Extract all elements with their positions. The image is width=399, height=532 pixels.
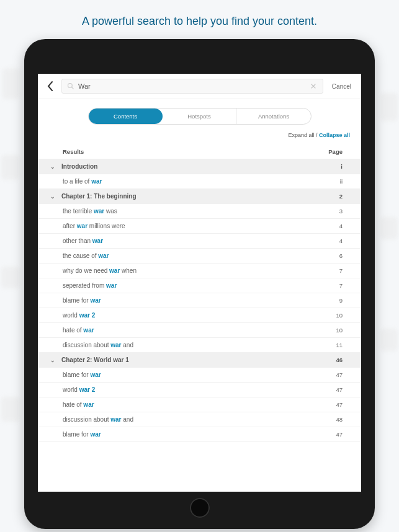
search-bar: Cancel [38, 74, 361, 99]
promo-caption: A powerful search to help you find your … [0, 0, 399, 39]
result-row[interactable]: hate of war47 [38, 397, 361, 412]
result-page: 3 [339, 208, 343, 215]
chevron-down-icon: ⌄ [49, 193, 56, 200]
section-title: Introduction [61, 163, 341, 170]
result-page: 10 [336, 327, 343, 334]
chevron-down-icon: ⌄ [49, 357, 56, 363]
result-page: 11 [336, 342, 343, 348]
result-row[interactable]: discussion about war and48 [38, 412, 361, 427]
results-header: Results Page [38, 144, 361, 159]
tab-hotspots[interactable]: Hotspots [163, 109, 236, 124]
result-page: 9 [339, 297, 343, 304]
results-list: ⌄Introductionito a life of warii⌄Chapter… [38, 159, 361, 442]
result-text: why do we need war when [63, 267, 339, 274]
section-page: 2 [339, 193, 343, 200]
result-text: other than war [63, 237, 339, 244]
app-screen: Cancel Contents Hotspots Annotations Exp… [38, 74, 361, 492]
search-field-wrap[interactable] [61, 79, 323, 94]
result-page: 47 [336, 431, 343, 438]
result-row[interactable]: why do we need war when7 [38, 264, 361, 278]
header-page: Page [328, 148, 343, 155]
result-row[interactable]: the cause of war6 [38, 249, 361, 264]
result-page: 4 [339, 237, 343, 244]
segmented-control: Contents Hotspots Annotations [88, 108, 312, 125]
result-page: 47 [336, 386, 343, 393]
result-page: 10 [336, 312, 343, 319]
tablet-frame: Cancel Contents Hotspots Annotations Exp… [24, 39, 375, 529]
collapse-all-link[interactable]: Collapse all [319, 132, 350, 138]
result-text: the terrible war was [63, 208, 339, 215]
cancel-button[interactable]: Cancel [328, 83, 355, 90]
search-input[interactable] [78, 82, 305, 90]
section-page: 46 [336, 357, 343, 363]
result-text: blame for war [63, 431, 336, 438]
svg-point-0 [68, 84, 73, 88]
result-text: discussion about war and [63, 416, 336, 423]
clear-search-button[interactable] [309, 82, 318, 91]
result-page: 47 [336, 371, 343, 378]
result-row[interactable]: to a life of warii [38, 174, 361, 189]
result-text: after war millions were [63, 223, 339, 229]
back-button[interactable] [44, 79, 56, 94]
search-icon [67, 82, 74, 90]
expand-collapse-row: Expand all / Collapse all [38, 130, 361, 144]
result-page: ii [340, 178, 343, 185]
result-row[interactable]: discussion about war and11 [38, 338, 361, 353]
result-row[interactable]: other than war4 [38, 234, 361, 249]
result-page: 7 [339, 267, 343, 274]
tab-annotations[interactable]: Annotations [236, 109, 311, 124]
svg-line-1 [72, 87, 74, 89]
section-header[interactable]: ⌄Introductioni [38, 159, 361, 174]
result-text: blame for war [63, 371, 336, 378]
result-row[interactable]: the terrible war was3 [38, 204, 361, 219]
tab-contents[interactable]: Contents [89, 109, 163, 124]
result-text: seperated from war [63, 282, 339, 289]
result-text: hate of war [63, 401, 336, 408]
result-row[interactable]: hate of war10 [38, 323, 361, 338]
header-results: Results [63, 148, 84, 155]
result-row[interactable]: blame for war47 [38, 368, 361, 383]
section-title: Chapter 2: World war 1 [61, 357, 336, 363]
chevron-down-icon: ⌄ [49, 164, 56, 170]
result-page: 7 [339, 282, 343, 289]
result-text: discussion about war and [63, 342, 336, 348]
result-row[interactable]: blame for war9 [38, 293, 361, 308]
result-page: 4 [339, 223, 343, 229]
result-text: the cause of war [63, 252, 339, 259]
result-text: blame for war [63, 297, 339, 304]
result-row[interactable]: world war 210 [38, 308, 361, 323]
section-header[interactable]: ⌄Chapter 1: The beginning2 [38, 189, 361, 204]
result-text: hate of war [63, 327, 336, 334]
result-row[interactable]: seperated from war7 [38, 278, 361, 293]
section-header[interactable]: ⌄Chapter 2: World war 146 [38, 353, 361, 368]
result-row[interactable]: after war millions were4 [38, 219, 361, 234]
result-row[interactable]: blame for war47 [38, 427, 361, 442]
expand-all-link[interactable]: Expand all [288, 132, 314, 138]
section-page: i [341, 163, 343, 170]
result-text: to a life of war [63, 178, 340, 185]
result-text: world war 2 [63, 386, 336, 393]
result-row[interactable]: world war 247 [38, 383, 361, 397]
result-page: 47 [336, 401, 343, 408]
result-text: world war 2 [63, 312, 336, 319]
section-title: Chapter 1: The beginning [61, 193, 339, 200]
result-page: 48 [336, 416, 343, 423]
result-page: 6 [339, 252, 343, 259]
